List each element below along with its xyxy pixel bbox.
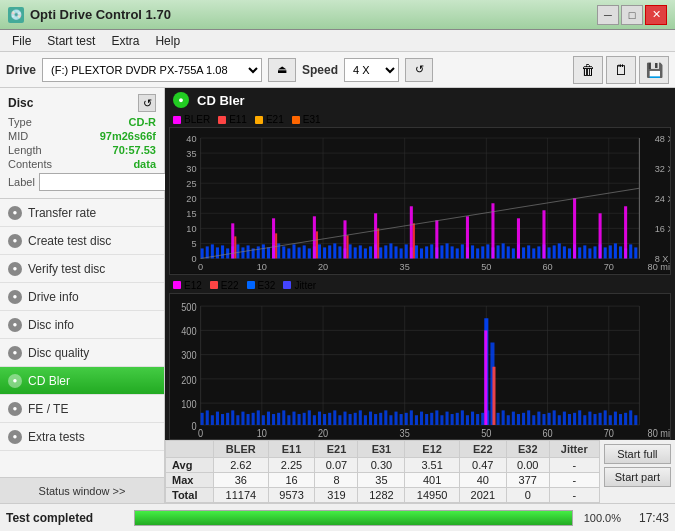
svg-rect-202 [328, 412, 331, 424]
speed-label: Speed [302, 63, 338, 77]
eject-button[interactable]: ⏏ [268, 58, 296, 82]
svg-text:20: 20 [318, 427, 329, 439]
disc-mid-label: MID [8, 130, 28, 142]
menu-extra[interactable]: Extra [103, 32, 147, 50]
svg-rect-260 [609, 415, 612, 425]
stats-cell: - [549, 488, 599, 503]
close-button[interactable]: ✕ [645, 5, 667, 25]
nav-icon-disc-quality: ● [8, 346, 22, 360]
svg-text:10: 10 [257, 427, 268, 439]
svg-rect-180 [216, 411, 219, 424]
svg-text:50: 50 [481, 263, 491, 273]
disc-type-label: Type [8, 116, 32, 128]
save-button[interactable]: 💾 [639, 56, 669, 84]
svg-rect-51 [257, 246, 260, 258]
svg-rect-91 [461, 244, 464, 258]
svg-text:20: 20 [318, 263, 328, 273]
col-header-e11: E11 [268, 441, 315, 458]
drive-select[interactable]: (F:) PLEXTOR DVDR PX-755A 1.08 [42, 58, 262, 82]
menu-help[interactable]: Help [147, 32, 188, 50]
svg-rect-239 [502, 410, 505, 425]
notes-button[interactable]: 🗒 [606, 56, 636, 84]
svg-rect-76 [384, 245, 387, 258]
svg-rect-186 [247, 414, 250, 425]
svg-rect-66 [333, 243, 336, 258]
svg-rect-49 [247, 245, 250, 258]
menu-start-test[interactable]: Start test [39, 32, 103, 50]
svg-rect-248 [548, 412, 551, 424]
stats-cell: 319 [315, 488, 358, 503]
chart-legend-bottom: E12 E22 E32 Jitter [169, 278, 671, 293]
svg-text:15: 15 [186, 209, 196, 219]
svg-rect-117 [593, 246, 596, 258]
svg-rect-223 [435, 410, 438, 425]
svg-rect-265 [634, 415, 637, 425]
svg-rect-257 [593, 414, 596, 425]
chart-bottom: 500 400 300 200 100 0 0 10 20 35 50 60 7… [169, 293, 671, 441]
disc-refresh-button[interactable]: ↺ [138, 94, 156, 112]
refresh-button[interactable]: ↺ [405, 58, 433, 82]
status-window-button[interactable]: Status window >> [0, 477, 164, 503]
svg-rect-219 [415, 415, 418, 425]
svg-rect-184 [236, 415, 239, 425]
svg-rect-250 [558, 415, 561, 425]
nav-extra-tests[interactable]: ● Extra tests [0, 423, 164, 451]
svg-rect-104 [527, 245, 530, 258]
svg-rect-215 [394, 411, 397, 424]
status-text: Test completed [6, 511, 126, 525]
stats-table: BLER E11 E21 E31 E12 E22 E32 Jitter Avg2… [165, 440, 600, 503]
col-header-e12: E12 [405, 441, 460, 458]
start-part-button[interactable]: Start part [604, 467, 671, 487]
svg-text:35: 35 [400, 263, 410, 273]
svg-rect-95 [481, 246, 484, 258]
speed-select[interactable]: 4 X [344, 58, 399, 82]
svg-text:10: 10 [257, 263, 267, 273]
col-header-e21: E21 [315, 441, 358, 458]
svg-rect-199 [313, 415, 316, 425]
start-full-button[interactable]: Start full [604, 444, 671, 464]
nav-disc-quality[interactable]: ● Disc quality [0, 339, 164, 367]
nav-drive-info[interactable]: ● Drive info [0, 283, 164, 311]
nav-verify-test-disc[interactable]: ● Verify test disc [0, 255, 164, 283]
minimize-button[interactable]: ─ [597, 5, 619, 25]
nav-disc-info[interactable]: ● Disc info [0, 311, 164, 339]
stats-table-wrap: BLER E11 E21 E31 E12 E22 E32 Jitter Avg2… [165, 440, 600, 503]
clear-button[interactable]: 🗑 [573, 56, 603, 84]
nav-create-test-disc[interactable]: ● Create test disc [0, 227, 164, 255]
svg-rect-120 [609, 245, 612, 258]
nav-transfer-rate[interactable]: ● Transfer rate [0, 199, 164, 227]
maximize-button[interactable]: □ [621, 5, 643, 25]
disc-label-label: Label [8, 176, 35, 188]
svg-text:70: 70 [604, 427, 615, 439]
svg-rect-136 [542, 210, 545, 258]
svg-text:500: 500 [181, 301, 197, 313]
nav-cd-bler[interactable]: ● CD Bler [0, 367, 164, 395]
svg-rect-41 [206, 246, 209, 258]
stats-cell: 2021 [459, 488, 506, 503]
chart-header: ● CD Bler [165, 88, 675, 112]
disc-label-input[interactable] [39, 173, 183, 191]
svg-text:50: 50 [481, 427, 492, 439]
svg-rect-259 [604, 410, 607, 425]
svg-rect-56 [282, 246, 285, 258]
svg-rect-137 [573, 198, 576, 258]
menu-file[interactable]: File [4, 32, 39, 50]
svg-rect-254 [578, 410, 581, 425]
svg-rect-71 [359, 245, 362, 258]
svg-text:70: 70 [604, 263, 614, 273]
svg-rect-43 [216, 247, 219, 258]
svg-rect-231 [476, 414, 479, 425]
svg-rect-77 [389, 243, 392, 258]
svg-rect-228 [461, 410, 464, 425]
svg-rect-125 [634, 247, 637, 258]
chart-title: CD Bler [197, 93, 245, 108]
svg-rect-79 [400, 248, 403, 258]
svg-rect-198 [308, 410, 311, 425]
nav-label-disc-quality: Disc quality [28, 346, 89, 360]
svg-rect-214 [389, 415, 392, 425]
svg-rect-100 [507, 246, 510, 258]
nav-fe-te[interactable]: ● FE / TE [0, 395, 164, 423]
nav-label-cd-bler: CD Bler [28, 374, 70, 388]
svg-rect-145 [413, 223, 415, 258]
svg-rect-70 [354, 247, 357, 258]
